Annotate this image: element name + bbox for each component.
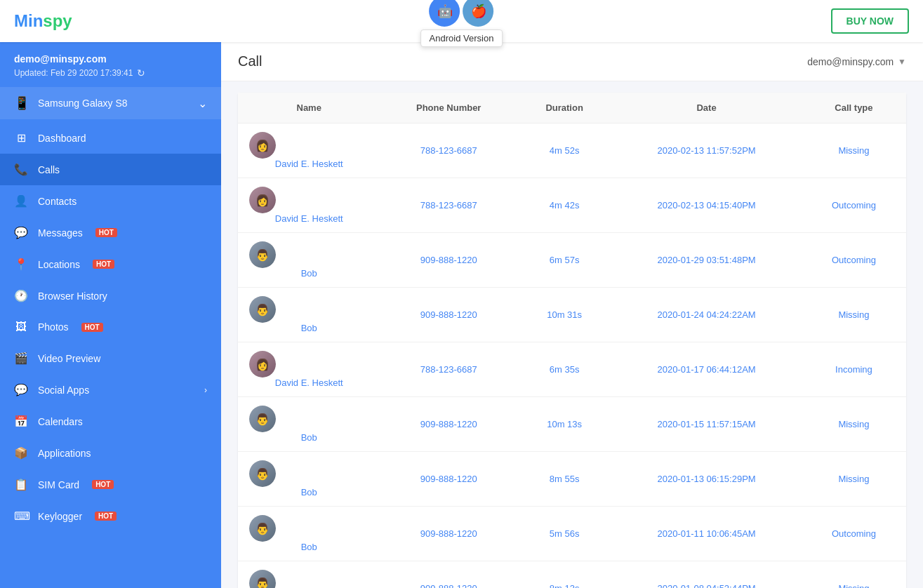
avatar: 👨 xyxy=(249,570,276,588)
sidebar: demo@minspy.com Updated: Feb 29 2020 17:… xyxy=(0,42,221,588)
android-button[interactable]: 🤖 xyxy=(430,0,460,27)
keylogger-icon: ⌨ xyxy=(14,509,28,523)
phone-cell: 909-888-1220 xyxy=(380,561,517,589)
col-header-name: Name xyxy=(238,93,380,123)
col-header-duration: Duration xyxy=(517,93,611,123)
video-preview-icon: 🎬 xyxy=(14,352,28,365)
buy-now-button[interactable]: BUY NOW xyxy=(831,8,909,34)
sidebar-item-calendars[interactable]: 📅Calendars xyxy=(0,406,221,437)
sidebar-item-applications[interactable]: 📦Applications xyxy=(0,437,221,469)
sidebar-item-label: Keylogger xyxy=(38,511,82,522)
expand-arrow-icon: › xyxy=(204,385,207,395)
duration-cell: 10m 31s xyxy=(517,288,611,342)
call-type-cell: Missing xyxy=(802,561,906,589)
table-row: 👩David E. Heskett788-123-66876m 35s2020-… xyxy=(238,342,906,397)
sidebar-user-updated: Updated: Feb 29 2020 17:39:41 ↻ xyxy=(14,67,207,79)
name-cell: 👩David E. Heskett xyxy=(238,178,380,233)
hot-badge: HOT xyxy=(95,228,117,237)
table-row: 👨Bob909-888-122010m 13s2020-01-15 11:57:… xyxy=(238,397,906,452)
contact-name: David E. Heskett xyxy=(275,213,343,224)
platform-tooltip: Android Version xyxy=(420,29,503,47)
avatar: 👩 xyxy=(249,187,276,213)
contact-name: Bob xyxy=(301,487,317,497)
sidebar-item-dashboard[interactable]: ⊞Dashboard xyxy=(0,122,221,154)
dashboard-icon: ⊞ xyxy=(14,131,28,145)
sim-card-icon: 📋 xyxy=(14,478,28,491)
duration-cell: 4m 52s xyxy=(517,123,611,178)
date-cell: 2020-02-13 04:15:40PM xyxy=(611,178,802,233)
device-name: Samsung Galaxy S8 xyxy=(38,98,128,109)
header: Minspy 🤖 🍎 Android Version BUY NOW xyxy=(0,0,923,42)
sidebar-item-messages[interactable]: 💬MessagesHOT xyxy=(0,217,221,248)
call-type-cell: Missing xyxy=(802,123,906,178)
name-cell: 👩David E. Heskett xyxy=(238,123,380,178)
logo-part2: spy xyxy=(43,11,72,30)
messages-icon: 💬 xyxy=(14,226,28,239)
name-cell: 👩David E. Heskett xyxy=(238,342,380,397)
refresh-icon[interactable]: ↻ xyxy=(137,67,145,79)
sidebar-item-contacts[interactable]: 👤Contacts xyxy=(0,185,221,217)
name-cell: 👨Bob xyxy=(238,233,380,288)
duration-cell: 5m 56s xyxy=(517,507,611,561)
sidebar-item-social-apps[interactable]: 💬Social Apps› xyxy=(0,374,221,406)
avatar: 👨 xyxy=(249,460,276,487)
sidebar-item-label: Browser History xyxy=(38,290,107,302)
browser-history-icon: 🕐 xyxy=(14,289,28,302)
logo-part1: Min xyxy=(14,11,43,30)
call-type-cell: Missing xyxy=(802,397,906,452)
content: Call demo@minspy.com ▼ NamePhone NumberD… xyxy=(221,42,923,588)
platform-buttons: 🤖 🍎 xyxy=(430,0,494,27)
duration-cell: 8m 13s xyxy=(517,561,611,589)
date-cell: 2020-01-15 11:57:15AM xyxy=(611,397,802,452)
sidebar-item-photos[interactable]: 🖼PhotosHOT xyxy=(0,312,221,342)
table-header: NamePhone NumberDurationDateCall type xyxy=(238,93,906,123)
date-cell: 2020-01-17 06:44:12AM xyxy=(611,342,802,397)
duration-cell: 8m 55s xyxy=(517,452,611,507)
name-cell: 👨Bob xyxy=(238,397,380,452)
user-menu[interactable]: demo@minspy.com ▼ xyxy=(807,56,906,67)
contact-name: Bob xyxy=(301,268,317,279)
phone-cell: 788-123-6687 xyxy=(380,178,517,233)
avatar: 👨 xyxy=(249,515,276,542)
sidebar-item-label: SIM Card xyxy=(38,479,79,490)
sidebar-item-keylogger[interactable]: ⌨KeyloggerHOT xyxy=(0,500,221,532)
name-cell: 👨Bob xyxy=(238,561,380,589)
sidebar-item-browser-history[interactable]: 🕐Browser History xyxy=(0,280,221,312)
applications-icon: 📦 xyxy=(14,446,28,460)
call-type-cell: Incoming xyxy=(802,342,906,397)
duration-cell: 6m 35s xyxy=(517,342,611,397)
sidebar-item-label: Applications xyxy=(38,448,91,459)
col-header-phone-number: Phone Number xyxy=(380,93,517,123)
name-cell: 👨Bob xyxy=(238,452,380,507)
android-icon: 🤖 xyxy=(437,4,453,19)
table-row: 👨Bob909-888-12205m 56s2020-01-11 10:06:4… xyxy=(238,507,906,561)
calls-table: NamePhone NumberDurationDateCall type 👩D… xyxy=(238,93,906,588)
phone-cell: 788-123-6687 xyxy=(380,123,517,178)
sidebar-item-sim-card[interactable]: 📋SIM CardHOT xyxy=(0,469,221,500)
ios-button[interactable]: 🍎 xyxy=(463,0,494,27)
chevron-down-icon: ▼ xyxy=(898,57,906,67)
hot-badge: HOT xyxy=(92,480,114,489)
table-row: 👨Bob909-888-122010m 31s2020-01-24 04:24:… xyxy=(238,288,906,342)
sidebar-item-calls[interactable]: 📞Calls xyxy=(0,154,221,185)
col-header-call-type: Call type xyxy=(802,93,906,123)
duration-cell: 6m 57s xyxy=(517,233,611,288)
date-cell: 2020-01-24 04:24:22AM xyxy=(611,288,802,342)
hot-badge: HOT xyxy=(95,512,117,521)
date-cell: 2020-01-13 06:15:29PM xyxy=(611,452,802,507)
photos-icon: 🖼 xyxy=(14,321,28,333)
device-item[interactable]: 📱 Samsung Galaxy S8 ⌄ xyxy=(0,87,221,119)
social-apps-icon: 💬 xyxy=(14,383,28,396)
duration-cell: 4m 42s xyxy=(517,178,611,233)
phone-cell: 788-123-6687 xyxy=(380,342,517,397)
sidebar-user: demo@minspy.com Updated: Feb 29 2020 17:… xyxy=(0,42,221,87)
contact-name: Bob xyxy=(301,542,317,552)
contact-name: Bob xyxy=(301,323,317,333)
avatar: 👨 xyxy=(249,241,276,268)
sidebar-item-label: Video Preview xyxy=(38,353,100,364)
sidebar-item-locations[interactable]: 📍LocationsHOT xyxy=(0,248,221,280)
sidebar-item-label: Dashboard xyxy=(38,133,86,144)
date-cell: 2020-01-11 10:06:45AM xyxy=(611,507,802,561)
sidebar-item-video-preview[interactable]: 🎬Video Preview xyxy=(0,342,221,374)
phone-cell: 909-888-1220 xyxy=(380,233,517,288)
